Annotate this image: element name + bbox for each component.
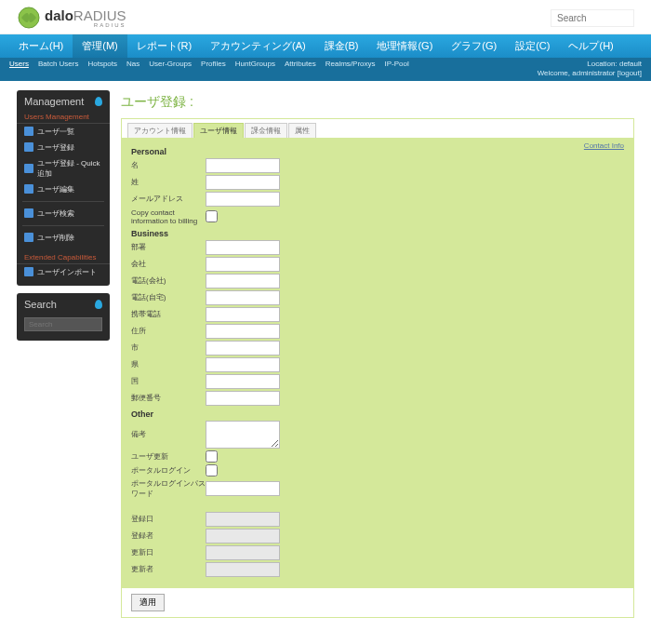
nav-item[interactable]: 課金(B) <box>315 34 368 58</box>
sidebar-search-input[interactable] <box>24 317 102 331</box>
sidebar-item[interactable]: ユーザ編集 <box>17 181 110 197</box>
field-label: 会社 <box>131 259 206 269</box>
subnav-item[interactable]: Realms/Proxys <box>326 60 376 79</box>
field-label: 備考 <box>131 429 206 439</box>
field-input[interactable] <box>206 274 280 288</box>
logo[interactable]: daloRADIUS RADIUS <box>17 6 126 30</box>
form-row: 住所 <box>131 324 624 339</box>
field-input[interactable] <box>206 175 280 190</box>
sidebar-item-label: ユーザ編集 <box>37 184 74 195</box>
sidebar-item[interactable]: ユーザ一覧 <box>17 124 110 140</box>
nav-item[interactable]: 設定(C) <box>506 34 559 58</box>
sidebar-item[interactable]: ユーザインポート <box>17 264 110 280</box>
form-area: Contact Info Personal名姓メールアドレスCopy conta… <box>122 138 633 588</box>
global-search-input[interactable] <box>551 9 634 27</box>
subnav-item[interactable]: User-Groups <box>149 60 192 79</box>
field-label: 市 <box>131 342 206 353</box>
field-input[interactable] <box>206 341 280 356</box>
field-label: 名 <box>131 160 206 170</box>
sidebar-item-label: ユーザ登録 <box>37 142 74 153</box>
subnav-item[interactable]: Attributes <box>285 60 316 79</box>
field-input[interactable] <box>206 324 280 339</box>
nav-item[interactable]: グラフ(G) <box>442 34 506 58</box>
section-heading: Other <box>131 409 624 419</box>
sidebar-item[interactable]: ユーザ検索 <box>17 206 110 221</box>
nav-item[interactable]: ヘルプ(H) <box>559 34 622 58</box>
sidebar-item-label: ユーザインポート <box>37 267 97 277</box>
tab[interactable]: 属性 <box>288 123 316 138</box>
nav-item[interactable]: ホーム(H) <box>9 34 73 58</box>
nav-item[interactable]: レポート(R) <box>127 34 201 58</box>
page-icon <box>24 142 33 152</box>
primary-nav: ホーム(H)管理(M)レポート(R)アカウンティング(A)課金(B)地理情報(G… <box>0 34 651 58</box>
field-input[interactable] <box>206 374 280 389</box>
form-row: メールアドレス <box>131 192 624 207</box>
sidebar-item-label: ユーザ削除 <box>37 233 74 243</box>
subnav-item[interactable]: IP-Pool <box>385 60 409 79</box>
form-row: ユーザ更新 <box>131 450 624 463</box>
field-label: 登録者 <box>131 530 206 541</box>
form-row: 登録日 <box>131 512 624 527</box>
subnav-item[interactable]: Profiles <box>201 60 226 79</box>
subnav-item[interactable]: Nas <box>126 60 140 79</box>
form-row: 国 <box>131 374 624 389</box>
sidebar-item[interactable]: ユーザ登録 <box>17 140 110 155</box>
field-input[interactable] <box>206 357 280 372</box>
field-input[interactable] <box>206 158 280 173</box>
field-label: ポータルログイン <box>131 465 206 476</box>
field-label: 更新者 <box>131 564 206 574</box>
sidebar-item[interactable]: ユーザ削除 <box>17 230 110 246</box>
nav-item[interactable]: 管理(M) <box>73 34 127 58</box>
field-input[interactable] <box>206 210 218 222</box>
field-label: 郵便番号 <box>131 393 206 403</box>
field-input <box>206 562 280 577</box>
form-row: 姓 <box>131 175 624 190</box>
form-row: 電話(会社) <box>131 274 624 288</box>
field-input[interactable] <box>206 240 280 255</box>
field-input[interactable] <box>206 257 280 272</box>
field-label: 国 <box>131 376 206 386</box>
sidebar-item[interactable]: ユーザ登録 - Quick追加 <box>17 155 110 181</box>
field-label: 電話(会社) <box>131 275 206 286</box>
sidebar-item-label: ユーザ登録 - Quick追加 <box>37 158 102 179</box>
field-input[interactable] <box>206 307 280 322</box>
tab[interactable]: アカウント情報 <box>127 123 193 138</box>
field-input[interactable] <box>206 421 280 449</box>
field-label: 更新日 <box>131 547 206 557</box>
apply-button[interactable]: 適用 <box>131 594 165 611</box>
field-input[interactable] <box>206 464 218 476</box>
form-row: ポータルログインパスワード <box>131 478 624 499</box>
field-label: メールアドレス <box>131 194 206 204</box>
field-input[interactable] <box>206 391 280 406</box>
form-row: 登録者 <box>131 529 624 543</box>
tab[interactable]: ユーザ情報 <box>193 123 244 138</box>
logout-link[interactable]: [logout] <box>618 69 642 77</box>
page-icon <box>24 267 33 276</box>
page-icon <box>24 164 33 173</box>
field-input[interactable] <box>206 481 280 496</box>
logo-icon <box>17 6 41 30</box>
nav-item[interactable]: 地理情報(G) <box>367 34 442 58</box>
form-row: 更新日 <box>131 545 624 560</box>
nav-item[interactable]: アカウンティング(A) <box>201 34 315 58</box>
field-label: 部署 <box>131 242 206 252</box>
content: ユーザ登録 : アカウント情報ユーザ情報課金情報属性 Contact Info … <box>121 90 634 618</box>
field-input[interactable] <box>206 290 280 305</box>
subnav-item[interactable]: Hotspots <box>87 60 117 79</box>
section-heading: Personal <box>131 147 624 156</box>
field-input[interactable] <box>206 450 218 463</box>
field-input <box>206 529 280 543</box>
subnav-item[interactable]: HuntGroups <box>235 60 275 79</box>
field-input[interactable] <box>206 192 280 207</box>
subnav-item[interactable]: Batch Users <box>38 60 79 79</box>
contact-info-link[interactable]: Contact Info <box>584 141 624 150</box>
field-label: 登録日 <box>131 514 206 524</box>
form-row: 携帯電話 <box>131 307 624 322</box>
form-row: 備考 <box>131 421 624 449</box>
field-label: 住所 <box>131 326 206 336</box>
tab[interactable]: 課金情報 <box>245 123 287 138</box>
field-label: 携帯電話 <box>131 309 206 319</box>
form-row: 電話(自宅) <box>131 290 624 305</box>
form-row: 部署 <box>131 240 624 255</box>
subnav-item[interactable]: Users <box>9 60 29 79</box>
